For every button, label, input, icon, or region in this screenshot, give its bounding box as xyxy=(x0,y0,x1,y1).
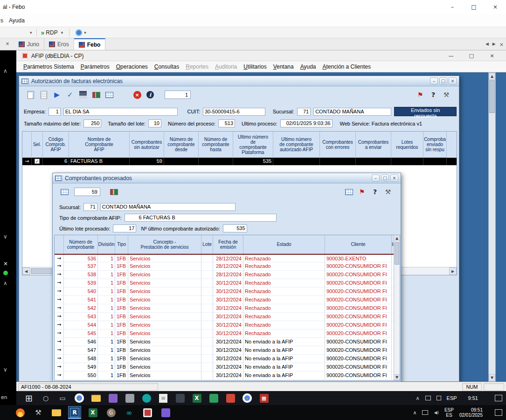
proc-grid-row[interactable]: →53911FBServicios30/12/2024Rechazado9000… xyxy=(55,279,400,287)
auth-grid-header-cell[interactable]: Ultimo número de comprobante autorizado … xyxy=(273,132,320,158)
protocol-dropdown-icon[interactable]: ▾ xyxy=(59,30,65,35)
menu-atención-a-clientes[interactable]: Atención a Clientes xyxy=(319,63,374,70)
export-grid-icon[interactable] xyxy=(103,89,115,101)
afip-close-button[interactable]: × xyxy=(482,50,502,61)
proc-grid-header-cell[interactable]: Lote xyxy=(201,235,213,254)
proc-grid-row[interactable]: →54711FBServicios30/12/2024No enviado a … xyxy=(55,346,400,355)
proc-grid-row[interactable]: →54311FBServicios30/12/2024Rechazado9000… xyxy=(55,313,400,321)
scroll-down-icon[interactable]: ▼ xyxy=(394,374,400,380)
menu-parámetros[interactable]: Parámetros xyxy=(77,63,113,70)
sucursal-code-field[interactable]: 71 xyxy=(83,203,97,211)
grid-view-icon[interactable] xyxy=(343,186,355,198)
scroll-left-icon[interactable]: ◀ xyxy=(22,267,30,275)
proc-grid-row[interactable]: →54111FBServicios30/12/2024Rechazado9000… xyxy=(55,296,400,304)
host-menu-ayuda[interactable]: Ayuda xyxy=(5,17,29,24)
chrome-2-icon[interactable] xyxy=(241,392,253,404)
auth-close-button[interactable]: × xyxy=(449,77,457,84)
auth-grid-header-cell[interactable]: Lotes requeridos xyxy=(391,132,423,158)
edit-form-icon[interactable] xyxy=(38,89,50,101)
vscroll-thumb[interactable] xyxy=(395,242,399,265)
proc-grid-row[interactable]: →54011FBServicios30/12/2024Rechazado9000… xyxy=(55,287,400,296)
task-view-icon[interactable]: ▭ xyxy=(56,392,69,404)
file-explorer-icon[interactable] xyxy=(50,406,62,419)
afip-minimize-button[interactable]: — xyxy=(441,50,461,61)
tab-febo[interactable]: Febo xyxy=(74,38,106,50)
numero-proceso-field[interactable]: 513 xyxy=(218,119,235,127)
panel-close-icon[interactable]: × xyxy=(4,41,11,48)
auth-grid-header-cell[interactable]: Comprobantes sin autorizar xyxy=(130,132,164,158)
sucursal-code-field[interactable]: 71 xyxy=(297,108,311,116)
auth-minimize-button[interactable]: – xyxy=(430,77,438,84)
flag-icon[interactable]: ⚑ xyxy=(356,186,368,198)
external-tools-dropdown-icon[interactable]: ▾ xyxy=(82,30,88,35)
flame-icon[interactable] xyxy=(14,406,26,419)
auth-grid-header-cell[interactable]: Ultimo número de comprobante Plataforma xyxy=(233,132,273,158)
dock-scroll-down-icon[interactable]: ∨ xyxy=(3,233,7,240)
search-icon[interactable]: ○ xyxy=(40,392,52,404)
tabs-close-icon[interactable]: × xyxy=(499,42,504,48)
connection-dropdown-icon[interactable]: ▾ xyxy=(28,30,34,35)
lote-field[interactable]: 17 xyxy=(113,224,136,232)
auth-grid-header-cell[interactable]: Sel. xyxy=(32,132,43,158)
help-icon[interactable]: ? xyxy=(427,89,439,101)
clock[interactable]: 9:51 xyxy=(468,395,478,401)
tab-scroll-right-icon[interactable]: ▶ xyxy=(492,42,496,48)
confirm-icon[interactable]: ✓ xyxy=(64,89,76,101)
proc-grid-header-cell[interactable]: Fecha de emisión xyxy=(213,235,243,254)
proc-grid-header-cell[interactable]: Concepto - Prestación de servicios xyxy=(128,235,201,254)
proc-grid-row[interactable]: →54611FBServicios30/12/2024No enviado a … xyxy=(55,338,400,346)
tipo-field[interactable]: 6 FACTURAS B xyxy=(125,214,277,222)
afip-restore-button[interactable]: □ xyxy=(461,50,482,61)
enviados-sin-respuesta-button[interactable]: Enviados sin respuesta xyxy=(394,107,457,116)
auth-grid-header-cell[interactable]: Número de comprobante hasta xyxy=(199,132,233,158)
menu-utilitarios[interactable]: Utilitarios xyxy=(240,63,270,70)
app-1-icon[interactable] xyxy=(107,392,119,404)
menu-ventana[interactable]: Ventana xyxy=(270,63,297,70)
export-grid-icon[interactable] xyxy=(58,186,70,198)
tab-scroll-left-icon[interactable]: ◀ xyxy=(485,42,489,48)
host-menu-fragment[interactable]: s xyxy=(0,17,5,24)
flag-icon[interactable]: ⚑ xyxy=(414,89,426,101)
proc-grid-header-cell[interactable]: División xyxy=(98,235,115,254)
dock-scroll-up-icon[interactable]: ∧ xyxy=(3,68,7,74)
language-indicator[interactable]: ESP ES xyxy=(444,407,454,418)
dock-close-icon[interactable]: × xyxy=(3,260,8,267)
settings-icon[interactable]: ⚒ xyxy=(440,89,452,101)
app-teal-icon[interactable]: ∞ xyxy=(123,406,135,419)
run-process-icon[interactable]: ▶ xyxy=(51,89,63,101)
proc-grid-vscrollbar[interactable]: ▲ ▼ xyxy=(394,235,400,380)
proc-titlebar[interactable]: Comprobantes procesados – □ × xyxy=(53,173,401,183)
auth-grid-header-cell[interactable]: Comprobantes con errores xyxy=(320,132,356,158)
sucursal-name-field[interactable]: CONTADO MAÑANA xyxy=(313,108,391,116)
process-counter-field[interactable] xyxy=(165,91,191,99)
dock-scroll-down-2-icon[interactable]: ∨ xyxy=(3,366,7,373)
app-3-icon[interactable] xyxy=(140,392,152,404)
app-red-icon[interactable] xyxy=(141,406,153,419)
menu-operaciones[interactable]: Operaciones xyxy=(113,63,151,70)
proc-grid-header-cell[interactable]: Estado xyxy=(243,235,325,254)
info-icon[interactable]: i xyxy=(144,89,156,101)
tamano-maximo-field[interactable]: 250 xyxy=(83,119,101,127)
mremoteng-icon[interactable]: R xyxy=(69,406,81,419)
selected-grid-row[interactable]: → ✓ 6 FACTURAS B 59 535 xyxy=(22,158,457,165)
proc-grid-header-cell[interactable]: Número de comprobante xyxy=(64,235,98,254)
proc-maximize-button[interactable]: □ xyxy=(381,175,389,182)
ultimo-proceso-field[interactable]: 02/01/2025 9:03:36 xyxy=(280,119,333,127)
menu-parámetros-sistema[interactable]: Parámetros Sistema xyxy=(20,63,77,70)
proc-grid-row[interactable]: →53811FBServicios28/12/2024Rechazado9000… xyxy=(55,271,400,279)
batch-counter-field[interactable] xyxy=(74,188,100,196)
clock[interactable]: 09:51 02/01/2025 xyxy=(459,407,483,418)
proc-grid-row[interactable]: →53611FBServicios28/12/2024Rechazado9000… xyxy=(55,254,400,262)
volume-icon[interactable]: ◀) xyxy=(434,410,438,415)
row-checkbox[interactable]: ✓ xyxy=(32,158,43,165)
proc-minimize-button[interactable]: – xyxy=(372,175,380,182)
menu-consultas[interactable]: Consultas xyxy=(151,63,182,70)
cancel-icon[interactable]: × xyxy=(131,89,143,101)
settings-icon[interactable]: ⚒ xyxy=(382,186,394,198)
scroll-right-icon[interactable]: ▶ xyxy=(449,267,457,275)
new-document-icon[interactable] xyxy=(25,89,37,101)
host-close-button[interactable]: × xyxy=(485,0,506,14)
auth-grid-header-cell[interactable]: Nombre de Comprobante AFIP xyxy=(69,132,130,158)
tab-eros[interactable]: Eros xyxy=(44,38,74,50)
sucursal-name-field[interactable]: CONTADO MAÑANA xyxy=(100,203,236,211)
